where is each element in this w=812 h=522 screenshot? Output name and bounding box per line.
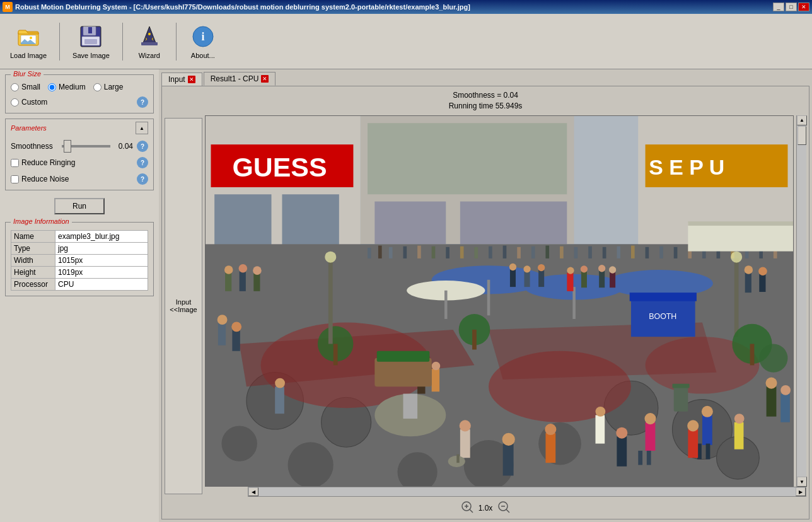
svg-point-135	[231, 322, 241, 332]
image-scroll-area[interactable]: GUESS	[205, 115, 794, 487]
reduce-noise-help-button[interactable]: ?	[137, 173, 148, 185]
reduce-ringing-checkbox[interactable]	[11, 159, 19, 167]
info-val-name: example3_blur.jpg	[55, 231, 148, 243]
svg-point-119	[595, 406, 605, 416]
svg-point-101	[239, 264, 248, 273]
table-row: Height 1019px	[11, 267, 148, 279]
image-area: GUESS	[205, 115, 809, 497]
scroll-track-vertical	[797, 125, 806, 477]
reduce-ringing-help-button[interactable]: ?	[137, 157, 148, 168]
svg-rect-114	[688, 429, 698, 458]
svg-rect-8	[141, 42, 158, 45]
svg-rect-122	[545, 432, 555, 462]
svg-point-9	[148, 33, 151, 35]
title-bar: M Robust Motion Deblurring System - [C:/…	[0, 0, 812, 14]
svg-rect-21	[374, 201, 446, 244]
svg-rect-43	[572, 287, 576, 319]
svg-rect-88	[581, 271, 587, 287]
svg-rect-65	[574, 246, 578, 258]
left-panel: Blur Size Small Medium Large Custom ?	[0, 69, 159, 522]
image-info-title: Image Information	[11, 218, 72, 225]
tab-input-close[interactable]: ✕	[188, 76, 195, 83]
zoom-in-button[interactable]	[461, 501, 473, 515]
tab-input[interactable]: Input ✕	[161, 72, 202, 86]
tab-result1[interactable]: Result1 - CPU ✕	[204, 72, 276, 86]
svg-rect-59	[489, 246, 492, 258]
svg-rect-55	[432, 246, 436, 258]
parameters-scroll-button[interactable]: ▲	[136, 122, 148, 134]
blur-help-button[interactable]: ?	[137, 96, 148, 108]
svg-point-89	[581, 265, 588, 272]
svg-rect-157	[688, 221, 793, 226]
svg-rect-5	[88, 27, 92, 33]
horizontal-scrollbar[interactable]: ◀ ▶	[248, 487, 806, 497]
smoothness-help-button[interactable]: ?	[137, 141, 148, 152]
reduce-noise-checkbox[interactable]	[11, 175, 19, 183]
svg-point-87	[567, 267, 574, 274]
wizard-icon	[137, 24, 162, 49]
tab-result1-label: Result1 - CPU	[211, 74, 259, 83]
svg-rect-104	[646, 422, 656, 450]
vertical-scrollbar[interactable]: ▲ ▼	[796, 115, 806, 487]
close-button[interactable]: ✕	[798, 3, 809, 11]
medium-radio[interactable]	[48, 83, 56, 91]
wizard-button[interactable]: Wizard	[130, 21, 168, 62]
svg-rect-72	[674, 246, 678, 258]
svg-rect-54	[417, 245, 421, 258]
minimize-button[interactable]: _	[773, 3, 784, 11]
svg-rect-56	[446, 246, 450, 258]
svg-rect-18	[282, 194, 339, 251]
scroll-down-button[interactable]: ▼	[797, 477, 807, 487]
svg-point-95	[745, 265, 753, 274]
svg-rect-128	[460, 429, 470, 458]
info-val-width: 1015px	[55, 255, 148, 267]
svg-rect-68	[617, 246, 620, 258]
image-container: GUESS	[206, 116, 793, 486]
svg-rect-107	[647, 451, 651, 465]
small-radio[interactable]	[11, 83, 19, 91]
input-panel[interactable]: Input <<Image	[165, 118, 202, 494]
info-val-processor: CPU	[55, 279, 148, 291]
svg-rect-136	[275, 386, 284, 414]
right-panel: Input ✕ Result1 - CPU ✕ Smoothness = 0.0…	[159, 69, 812, 522]
maximize-button[interactable]: □	[786, 3, 797, 11]
scroll-right-button[interactable]: ▶	[796, 487, 806, 496]
scroll-thumb-vertical[interactable]	[798, 126, 806, 145]
custom-radio[interactable]	[11, 98, 19, 107]
svg-rect-70	[646, 246, 649, 258]
svg-rect-67	[603, 246, 606, 258]
blur-size-group: Blur Size Small Medium Large Custom ?	[5, 74, 154, 113]
image-info-table: Name example3_blur.jpg Type jpg Width 10…	[11, 230, 148, 291]
svg-rect-94	[745, 272, 751, 293]
stats-bar: Smoothness = 0.04 Running time 55.949s	[162, 86, 809, 115]
save-image-button[interactable]: Save Image	[67, 21, 115, 62]
large-radio[interactable]	[93, 83, 102, 91]
svg-rect-116	[617, 436, 627, 466]
svg-rect-160	[750, 344, 755, 365]
run-button[interactable]: Run	[54, 198, 105, 214]
svg-rect-90	[599, 270, 605, 287]
parameters-group: Parameters ▲ Smoothness 0.04 ? Reduce Ri…	[5, 119, 154, 190]
svg-point-141	[432, 361, 441, 370]
reduce-noise-row: Reduce Noise ?	[11, 173, 148, 185]
info-key-name: Name	[11, 231, 55, 243]
smoothness-slider[interactable]	[62, 145, 110, 148]
table-row: Name example3_blur.jpg	[11, 231, 148, 243]
svg-rect-52	[389, 246, 393, 258]
info-key-height: Height	[11, 267, 55, 279]
about-button[interactable]: i About...	[184, 21, 222, 62]
scroll-up-button[interactable]: ▲	[797, 115, 807, 125]
table-row: Width 1015px	[11, 255, 148, 267]
svg-point-91	[598, 265, 605, 272]
tab-result1-close[interactable]: ✕	[261, 75, 269, 83]
svg-point-117	[616, 427, 627, 438]
svg-point-99	[224, 265, 233, 274]
scroll-left-button[interactable]: ◀	[248, 487, 258, 496]
app-icon: M	[3, 2, 13, 12]
load-image-button[interactable]: Load Image	[5, 21, 52, 62]
svg-rect-112	[734, 422, 744, 449]
image-and-vscroll: GUESS	[205, 115, 809, 487]
zoom-out-button[interactable]	[497, 501, 510, 515]
reduce-ringing-row: Reduce Ringing ?	[11, 157, 148, 168]
svg-point-97	[758, 267, 767, 276]
